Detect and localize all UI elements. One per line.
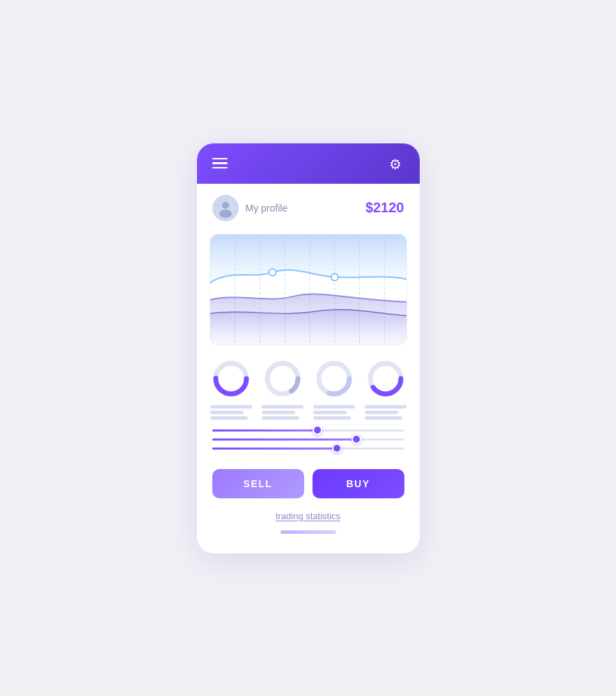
- buttons-row: SELL BUY: [197, 466, 420, 508]
- donut-item-3: [308, 358, 360, 420]
- donut-2-labels: [262, 405, 303, 420]
- svg-point-0: [222, 202, 229, 209]
- bottom-bar-hint: [281, 530, 336, 534]
- donut-3-labels: [313, 405, 355, 420]
- slider-row-3: [212, 448, 404, 450]
- balance-value: $2120: [365, 200, 404, 216]
- svg-point-1: [219, 209, 232, 218]
- svg-point-10: [331, 274, 338, 280]
- slider-track-2[interactable]: [212, 438, 404, 441]
- slider-track-1[interactable]: [212, 429, 404, 432]
- svg-point-9: [269, 269, 276, 276]
- chart-area: [210, 234, 407, 345]
- donut-item-4: [360, 358, 411, 420]
- sell-button[interactable]: SELL: [212, 469, 304, 498]
- app-header: ⚙: [197, 143, 420, 184]
- settings-icon[interactable]: ⚙: [389, 156, 404, 171]
- avatar: [212, 195, 239, 221]
- donut-item-1: [205, 358, 257, 420]
- profile-name: My profile: [246, 203, 288, 214]
- donuts-row: [197, 355, 420, 420]
- donut-1-labels: [210, 405, 252, 420]
- sliders-section: [197, 420, 420, 466]
- menu-icon[interactable]: [212, 158, 228, 169]
- slider-row-2: [212, 438, 404, 441]
- buy-button[interactable]: BUY: [313, 469, 404, 498]
- donut-item-2: [257, 358, 308, 420]
- profile-left[interactable]: My profile: [212, 195, 288, 221]
- slider-track-3[interactable]: [212, 448, 404, 450]
- trading-stats-link[interactable]: trading statistics: [276, 511, 340, 521]
- profile-row: My profile $2120: [197, 184, 420, 228]
- phone-container: ⚙ My profile $2120: [197, 143, 420, 553]
- donut-4-labels: [365, 405, 406, 420]
- slider-row-1: [212, 429, 404, 432]
- trading-stats-section: trading statistics: [197, 508, 420, 528]
